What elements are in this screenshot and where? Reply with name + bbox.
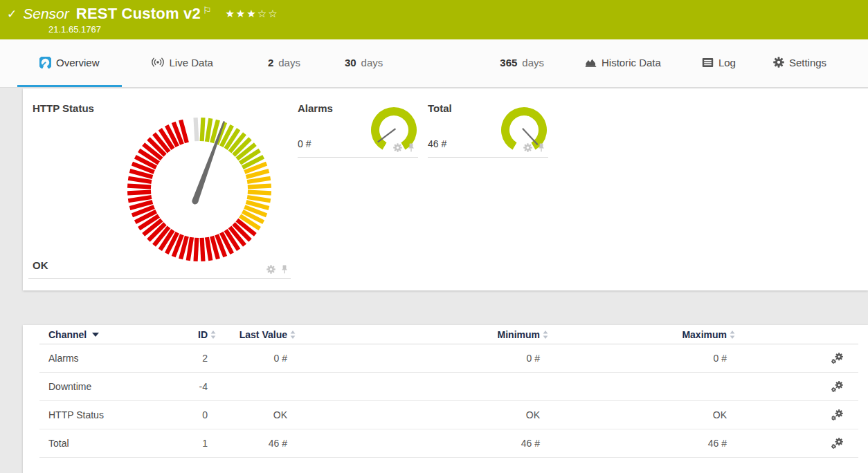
- http-status-gauge: [123, 113, 275, 266]
- channel-id: 2: [164, 353, 216, 364]
- sensor-header: ✓ Sensor REST Custom v2 ⚐ ★★★☆☆ 21.1.65.…: [0, 0, 868, 39]
- channel-name: Downtime: [39, 381, 164, 392]
- gauge-value: 46 #: [428, 138, 446, 149]
- sort-arrows-icon: [210, 331, 216, 339]
- column-header-minimum[interactable]: Minimum: [296, 329, 548, 340]
- area-chart-icon: [585, 57, 597, 68]
- gear-icon[interactable]: [523, 143, 532, 152]
- column-header-id[interactable]: ID: [164, 329, 216, 340]
- channel-settings-gears-icon[interactable]: [831, 352, 843, 364]
- channel-minimum: 0 #: [296, 353, 548, 364]
- channel-name: HTTP Status: [39, 409, 164, 420]
- channel-last-value: 0 #: [216, 353, 296, 364]
- channel-minimum: OK: [296, 409, 548, 420]
- tab-label: Overview: [56, 57, 100, 68]
- channel-last-value: 46 #: [216, 438, 296, 449]
- primary-gauge-status: OK: [33, 259, 48, 271]
- column-header-maximum[interactable]: Maximum: [548, 329, 735, 340]
- tab-365-days[interactable]: 365 days: [491, 39, 552, 87]
- gear-icon[interactable]: [393, 143, 402, 152]
- column-header-last-value[interactable]: Last Value: [216, 329, 296, 340]
- channel-maximum: OK: [548, 409, 735, 420]
- column-label: Maximum: [682, 329, 727, 340]
- tab-label: Live Data: [170, 57, 213, 68]
- gauge-block-divider: [28, 278, 291, 279]
- tab-label: Settings: [789, 57, 826, 68]
- gauge-needle: [378, 129, 396, 142]
- tab-day-number: 365: [500, 57, 517, 68]
- tab-live-data[interactable]: Live Data: [143, 39, 221, 87]
- tab-label: Historic Data: [602, 57, 661, 68]
- broadcast-icon: [151, 57, 165, 68]
- tab-label: Log: [718, 57, 736, 68]
- gauge-value: 0 #: [298, 138, 311, 149]
- channel-id: 0: [164, 409, 216, 420]
- gauge-block-total: Total 46 #: [428, 97, 548, 158]
- tab-log[interactable]: Log: [694, 39, 744, 87]
- star-rating[interactable]: ★★★☆☆: [225, 8, 278, 20]
- primary-gauge-title: HTTP Status: [33, 102, 94, 114]
- table-row-downtime[interactable]: Downtime -4: [39, 373, 858, 401]
- channel-last-value: OK: [216, 409, 296, 420]
- channel-settings-gears-icon[interactable]: [831, 380, 843, 393]
- tab-day-number: 2: [268, 57, 273, 68]
- tab-day-number: 30: [345, 57, 356, 68]
- table-row-total[interactable]: Total 1 46 # 46 # 46 #: [39, 429, 858, 458]
- channel-table: Channel ID Last Value Minimum Maximum: [39, 325, 858, 458]
- channel-settings-gears-icon[interactable]: [831, 437, 843, 449]
- pin-icon[interactable]: [407, 143, 415, 152]
- channel-name: Alarms: [39, 353, 164, 364]
- sort-arrows-icon: [543, 331, 548, 339]
- channel-id: -4: [164, 381, 216, 392]
- column-label: ID: [198, 329, 208, 340]
- sort-arrows-icon: [730, 331, 735, 339]
- sensor-title: REST Custom v2: [76, 5, 201, 23]
- tab-label: days: [361, 57, 383, 68]
- gauge-block-alarms: Alarms 0 #: [298, 97, 418, 158]
- gauge-needle: [523, 129, 538, 145]
- channel-maximum: 46 #: [548, 438, 735, 449]
- sensor-version: 21.1.65.1767: [48, 24, 868, 35]
- gear-icon: [773, 57, 784, 68]
- sort-arrows-icon: [290, 331, 296, 339]
- gauges-panel: HTTP Status OK Alarms 0 # Total: [23, 89, 868, 290]
- tab-historic-data[interactable]: Historic Data: [577, 39, 669, 87]
- channel-name: Total: [39, 438, 164, 449]
- channel-minimum: 46 #: [296, 438, 548, 449]
- column-label: Minimum: [498, 329, 540, 340]
- tab-overview[interactable]: Overview: [17, 39, 122, 87]
- gear-icon[interactable]: [266, 265, 275, 274]
- table-row-http-status[interactable]: HTTP Status 0 OK OK OK: [39, 401, 858, 429]
- check-icon: ✓: [7, 7, 17, 21]
- table-row-alarms[interactable]: Alarms 2 0 # 0 # 0 #: [39, 344, 858, 373]
- tab-settings[interactable]: Settings: [765, 39, 835, 87]
- object-type-label: Sensor: [23, 6, 69, 22]
- pin-icon[interactable]: [537, 143, 545, 152]
- column-label: Last Value: [239, 329, 287, 340]
- channel-settings-gears-icon[interactable]: [831, 409, 843, 421]
- tab-30-days[interactable]: 30 days: [336, 39, 391, 87]
- tab-label: days: [522, 57, 544, 68]
- flag-icon[interactable]: ⚐: [203, 5, 212, 16]
- tab-label: days: [278, 57, 300, 68]
- channel-maximum: 0 #: [548, 353, 735, 364]
- gauge-title: Alarms: [298, 102, 333, 114]
- gauge-title: Total: [428, 102, 452, 114]
- log-list-icon: [702, 57, 714, 68]
- channel-table-panel: Channel ID Last Value Minimum Maximum: [23, 325, 868, 473]
- pin-icon[interactable]: [280, 265, 289, 274]
- column-header-channel[interactable]: Channel: [39, 329, 164, 340]
- gauge-icon: [39, 57, 51, 68]
- sort-caret-down-icon: [92, 333, 99, 337]
- tab-bar: Overview Live Data 2 days 30 days 365 da…: [0, 39, 868, 88]
- column-label: Channel: [48, 329, 87, 340]
- tab-2-days[interactable]: 2 days: [260, 39, 309, 87]
- table-header-row: Channel ID Last Value Minimum Maximum: [39, 325, 858, 344]
- channel-id: 1: [164, 438, 216, 449]
